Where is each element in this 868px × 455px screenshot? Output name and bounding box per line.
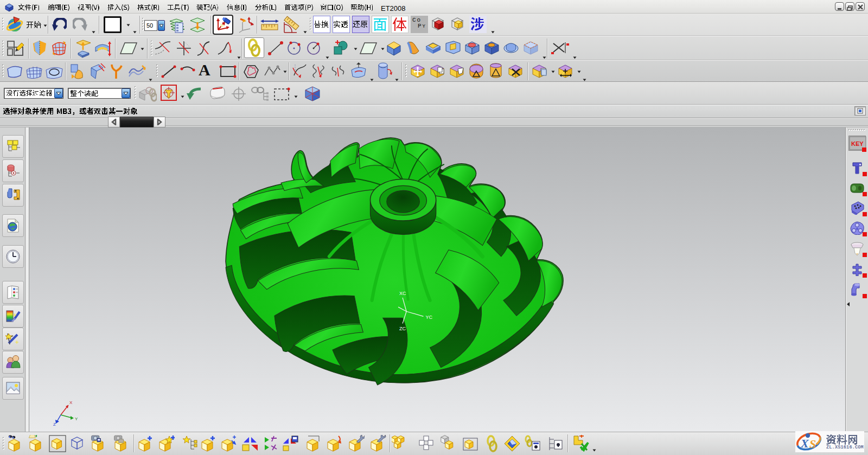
svg-text:X: X	[69, 400, 73, 405]
svg-text:XC: XC	[399, 291, 406, 296]
svg-text:S: S	[809, 437, 816, 451]
svg-text:ZC: ZC	[399, 326, 406, 331]
svg-text:X: X	[800, 437, 809, 450]
svg-text:Z: Z	[53, 422, 56, 426]
svg-text:YC: YC	[425, 315, 432, 320]
svg-text:Y: Y	[75, 416, 78, 421]
svg-text:KEY: KEY	[851, 140, 864, 147]
